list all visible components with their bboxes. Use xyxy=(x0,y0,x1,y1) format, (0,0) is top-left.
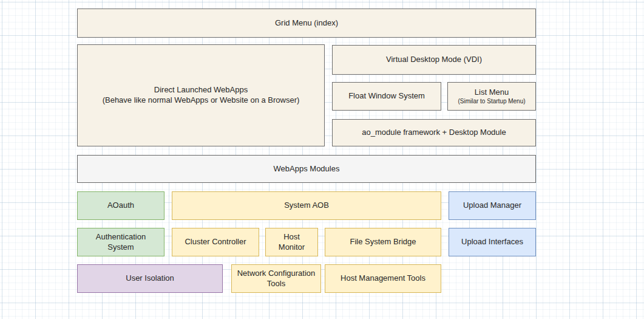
host-management-tools-label: Host Management Tools xyxy=(341,273,425,284)
upload-interfaces-box: Upload Interfaces xyxy=(449,228,536,256)
ao-module-framework-label: ao_module framework + Desktop Module xyxy=(362,128,506,138)
network-configuration-tools-box: Network Configuration Tools xyxy=(231,264,321,293)
cluster-controller-box: Cluster Controller xyxy=(172,228,259,256)
authentication-system-label: Authentication System xyxy=(83,232,159,253)
file-system-bridge-label: File System Bridge xyxy=(350,237,416,247)
user-isolation-label: User Isolation xyxy=(126,273,174,284)
virtual-desktop-mode-label: Virtual Desktop Mode (VDI) xyxy=(386,55,482,65)
virtual-desktop-mode-box: Virtual Desktop Mode (VDI) xyxy=(332,45,536,75)
float-window-system-box: Float Window System xyxy=(332,82,441,111)
aoauth-label: AOauth xyxy=(107,201,134,211)
direct-launched-webapps-title: Direct Launched WebApps xyxy=(154,85,248,95)
host-management-tools-box: Host Management Tools xyxy=(325,264,441,293)
host-monitor-label: Host Monitor xyxy=(271,232,313,253)
user-isolation-box: User Isolation xyxy=(77,264,223,293)
system-aob-label: System AOB xyxy=(284,201,329,211)
direct-launched-webapps-box: Direct Launched WebApps (Behave like nor… xyxy=(77,44,325,146)
webapps-modules-label: WebApps Modules xyxy=(274,164,340,174)
upload-interfaces-label: Upload Interfaces xyxy=(461,237,523,247)
float-window-system-label: Float Window System xyxy=(348,91,425,101)
list-menu-title: List Menu xyxy=(475,87,509,98)
grid-menu-label: Grid Menu (index) xyxy=(275,18,338,29)
upload-manager-box: Upload Manager xyxy=(449,191,536,220)
diagram-canvas: Grid Menu (index) Direct Launched WebApp… xyxy=(0,0,644,319)
webapps-modules-box: WebApps Modules xyxy=(77,155,536,183)
upload-manager-label: Upload Manager xyxy=(463,201,521,211)
ao-module-framework-box: ao_module framework + Desktop Module xyxy=(332,119,536,146)
authentication-system-box: Authentication System xyxy=(77,228,164,256)
direct-launched-webapps-subtitle: (Behave like normal WebApps or Website o… xyxy=(103,95,300,106)
system-aob-box: System AOB xyxy=(172,191,441,220)
network-configuration-tools-label: Network Configuration Tools xyxy=(237,269,316,289)
list-menu-box: List Menu (Similar to Startup Menu) xyxy=(447,82,536,111)
list-menu-subtitle: (Similar to Startup Menu) xyxy=(458,97,525,105)
host-monitor-box: Host Monitor xyxy=(265,228,318,256)
grid-menu-box: Grid Menu (index) xyxy=(77,9,536,38)
file-system-bridge-box: File System Bridge xyxy=(325,228,441,256)
aoauth-box: AOauth xyxy=(77,191,164,220)
cluster-controller-label: Cluster Controller xyxy=(185,237,246,247)
